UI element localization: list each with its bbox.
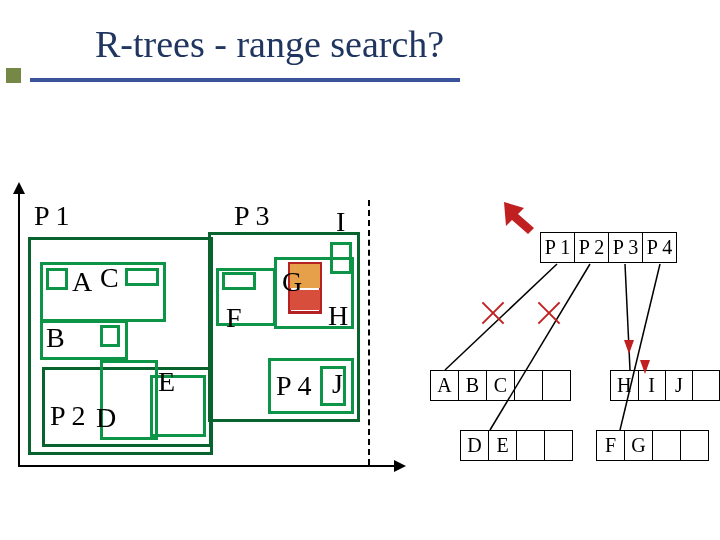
tree-node-abc: A B C — [430, 370, 571, 401]
label-e: E — [158, 366, 175, 398]
tree-cell — [515, 371, 543, 401]
tree-node-hij: H I J — [610, 370, 720, 401]
label-f: F — [226, 302, 242, 334]
label-b: B — [46, 322, 65, 354]
tree-cell — [545, 431, 573, 461]
tree-cell: I — [638, 371, 665, 401]
tree-cell — [543, 371, 571, 401]
label-p2: P 2 — [50, 400, 86, 432]
tree-cell — [653, 431, 681, 461]
label-p1: P 1 — [34, 200, 70, 232]
tree-root-cell: P 1 — [541, 233, 575, 263]
tree-cell: A — [431, 371, 459, 401]
page-title: R-trees - range search? — [95, 22, 444, 66]
axis-dashed-line — [368, 200, 370, 465]
tree-cell: C — [487, 371, 515, 401]
tree-cell: E — [489, 431, 517, 461]
tree-cell: D — [461, 431, 489, 461]
label-h: H — [328, 300, 348, 332]
tree-root-cell: P 2 — [575, 233, 609, 263]
x-axis — [18, 465, 396, 467]
descend-arrow-icon — [624, 340, 634, 354]
svg-line-1 — [490, 264, 590, 430]
box-i — [330, 242, 352, 274]
tree-cell: G — [625, 431, 653, 461]
label-g: G — [282, 266, 302, 298]
label-i: I — [336, 206, 345, 238]
y-axis — [18, 192, 20, 467]
tree-root-table: P 1 P 2 P 3 P 4 — [540, 232, 677, 263]
tree-cell: H — [611, 371, 639, 401]
x-axis-arrow-icon — [394, 460, 406, 472]
label-j: J — [332, 368, 343, 400]
label-p4: P 4 — [276, 370, 312, 402]
tree-root-cell: P 3 — [609, 233, 643, 263]
tree-node-fg: F G — [596, 430, 709, 461]
box-g-inner1 — [222, 272, 256, 290]
box-c — [125, 268, 159, 286]
tree-node-de: D E — [460, 430, 573, 461]
title-decorative-square — [6, 68, 21, 83]
pruned-x-icon — [480, 300, 506, 326]
box-a-left — [46, 268, 68, 290]
label-d: D — [96, 402, 116, 434]
tree-cell — [517, 431, 545, 461]
svg-line-2 — [625, 264, 630, 370]
tree-cell — [693, 371, 720, 401]
tree-cell: J — [665, 371, 692, 401]
red-arrow-icon — [504, 202, 540, 234]
tree-root-cell: P 4 — [643, 233, 677, 263]
tree-cell: B — [459, 371, 487, 401]
svg-marker-4 — [504, 202, 534, 234]
label-a: A — [72, 266, 92, 298]
pruned-x-icon — [536, 300, 562, 326]
box-b-inner — [100, 325, 120, 347]
title-underline — [30, 78, 460, 82]
y-axis-arrow-icon — [13, 182, 25, 194]
label-p3: P 3 — [234, 200, 270, 232]
tree-cell: F — [597, 431, 625, 461]
tree-cell — [681, 431, 709, 461]
label-c: C — [100, 262, 119, 294]
descend-arrow-icon — [640, 360, 650, 374]
